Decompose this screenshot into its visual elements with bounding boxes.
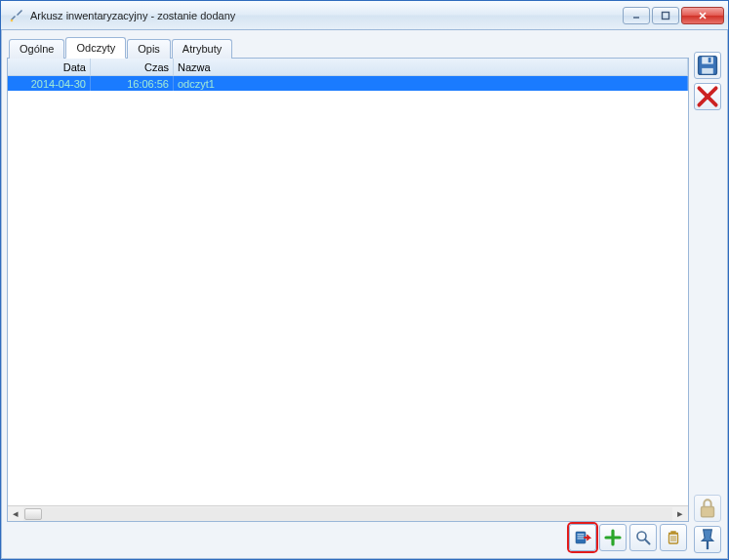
tab-odczyty[interactable]: Odczyty	[65, 37, 126, 59]
lock-button[interactable]	[694, 495, 721, 522]
main-area: Ogólne Odczyty Opis Atrybuty Data Czas N…	[7, 36, 689, 553]
add-button[interactable]	[599, 524, 627, 551]
svg-rect-21	[702, 507, 714, 517]
window: Arkusz inwentaryzacyjny - zostanie dodan…	[0, 0, 729, 560]
maximize-button[interactable]	[652, 7, 679, 24]
grid-body[interactable]: 2014-04-30 16:06:56 odczyt1	[8, 76, 688, 505]
tab-bar: Ogólne Odczyty Opis Atrybuty	[7, 36, 689, 58]
minimize-button[interactable]	[623, 7, 650, 24]
side-toolbar	[693, 36, 722, 553]
scroll-thumb[interactable]	[24, 508, 42, 520]
close-button[interactable]	[681, 7, 724, 24]
app-icon	[9, 8, 24, 23]
svg-line-10	[645, 540, 650, 544]
svg-rect-6	[578, 534, 585, 535]
scroll-left-icon[interactable]: ◂	[8, 507, 23, 521]
open-button[interactable]	[569, 524, 596, 551]
tab-atrybuty[interactable]: Atrybuty	[172, 39, 232, 59]
tab-ogolne[interactable]: Ogólne	[9, 39, 64, 59]
column-header-date[interactable]: Data	[8, 59, 91, 75]
search-button[interactable]	[629, 524, 657, 551]
cancel-button[interactable]	[694, 83, 721, 110]
svg-rect-17	[702, 68, 713, 74]
bottom-toolbar	[7, 522, 689, 553]
tab-opis[interactable]: Opis	[127, 39, 171, 59]
scroll-track[interactable]	[23, 507, 672, 521]
grid-header: Data Czas Nazwa	[8, 59, 688, 76]
svg-rect-8	[578, 538, 585, 539]
delete-button[interactable]	[660, 524, 687, 551]
svg-point-0	[11, 19, 14, 21]
svg-rect-18	[709, 58, 711, 62]
horizontal-scrollbar[interactable]: ◂ ▸	[8, 505, 688, 521]
scroll-right-icon[interactable]: ▸	[672, 507, 688, 521]
svg-rect-2	[663, 12, 669, 19]
column-header-name[interactable]: Nazwa	[174, 59, 688, 75]
tab-page-odczyty: Data Czas Nazwa 2014-04-30 16:06:56 odcz…	[7, 58, 689, 522]
window-title: Arkusz inwentaryzacyjny - zostanie dodan…	[30, 10, 623, 21]
save-button[interactable]	[694, 52, 721, 79]
column-header-time[interactable]: Czas	[91, 59, 174, 75]
client-area: Ogólne Odczyty Opis Atrybuty Data Czas N…	[1, 30, 728, 559]
cell-time: 16:06:56	[91, 76, 174, 91]
titlebar: Arkusz inwentaryzacyjny - zostanie dodan…	[1, 1, 728, 30]
cell-date: 2014-04-30	[8, 76, 91, 91]
pin-button[interactable]	[694, 526, 721, 553]
window-buttons	[623, 7, 724, 24]
svg-rect-7	[578, 536, 585, 537]
cell-name: odczyt1	[174, 76, 688, 91]
grid-row[interactable]: 2014-04-30 16:06:56 odczyt1	[8, 76, 688, 91]
svg-rect-16	[702, 57, 713, 63]
